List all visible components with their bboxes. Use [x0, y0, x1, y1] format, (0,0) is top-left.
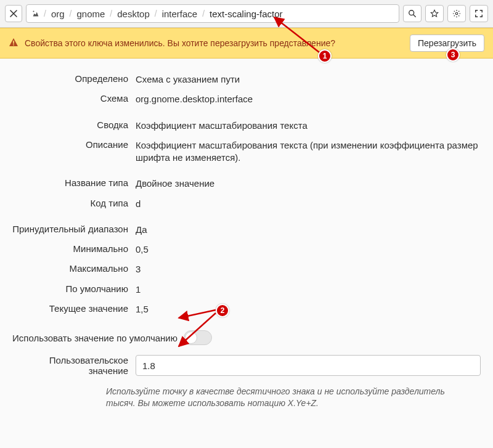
toolbar: / org / gnome / desktop / interface / te…: [0, 0, 493, 28]
custom-value-input[interactable]: [136, 355, 481, 376]
label-default: По умолчанию: [12, 283, 136, 294]
label-schema: Схема: [12, 93, 136, 104]
settings-button[interactable]: [447, 5, 466, 22]
label-type-code: Код типа: [12, 198, 136, 208]
svg-point-0: [33, 10, 34, 12]
value-max: 3: [136, 263, 481, 275]
breadcrumb-item[interactable]: desktop: [113, 7, 153, 21]
toggle-knob: [185, 332, 197, 344]
bookmark-button[interactable]: [425, 5, 444, 22]
label-description: Описание: [12, 139, 136, 150]
value-summary: Коэффициент масштабирования текста: [136, 120, 481, 132]
svg-line-2: [414, 15, 415, 17]
key-details: Определено Схема с указанием пути Схема …: [0, 59, 493, 324]
breadcrumb-item[interactable]: gnome: [73, 7, 108, 21]
breadcrumb-sep: /: [108, 9, 113, 18]
value-type-code: d: [136, 198, 481, 210]
fullscreen-button[interactable]: [470, 5, 488, 22]
edit-area: Использовать значение по умолчанию Польз…: [0, 324, 493, 419]
breadcrumb-item[interactable]: interface: [158, 7, 202, 21]
breadcrumb-item[interactable]: org: [47, 7, 68, 21]
reload-button[interactable]: Перезагрузить: [410, 35, 484, 52]
label-forced-range: Принудительный диапазон: [12, 224, 136, 234]
label-current: Текущее значение: [12, 303, 136, 314]
use-default-label: Использовать значение по умолчанию: [12, 333, 177, 343]
breadcrumb-item-active[interactable]: text-scaling-factor: [206, 7, 286, 21]
value-schema: org.gnome.desktop.interface: [136, 93, 481, 105]
svg-point-3: [455, 12, 458, 15]
settings-root-icon[interactable]: [29, 7, 43, 20]
value-type: Двойное значение: [136, 177, 481, 190]
label-defined: Определено: [12, 73, 136, 84]
breadcrumb-sep: /: [43, 9, 47, 18]
custom-value-label: Пользовательское значение: [12, 355, 136, 376]
svg-rect-4: [13, 41, 14, 44]
close-button[interactable]: [5, 5, 22, 22]
breadcrumb: / org / gnome / desktop / interface / te…: [26, 4, 399, 23]
breadcrumb-sep: /: [201, 9, 206, 18]
value-min: 0,5: [136, 243, 481, 256]
label-summary: Сводка: [12, 120, 136, 130]
breadcrumb-sep: /: [68, 9, 73, 18]
reload-banner: Свойства этого ключа изменились. Вы хоти…: [0, 28, 493, 59]
label-max: Максимально: [12, 263, 136, 274]
label-type: Название типа: [12, 177, 136, 188]
value-forced-range: Да: [136, 224, 481, 236]
warning-icon: [9, 38, 18, 49]
value-current: 1,5: [136, 303, 481, 316]
use-default-toggle[interactable]: [184, 330, 212, 345]
value-defined: Схема с указанием пути: [136, 73, 481, 86]
label-min: Минимально: [12, 243, 136, 254]
custom-value-hint: Используйте точку в качестве десятичного…: [106, 386, 481, 409]
value-description: Коэффициент масштабирования текста (при …: [136, 139, 481, 165]
value-default: 1: [136, 283, 481, 296]
breadcrumb-sep: /: [153, 9, 158, 18]
search-button[interactable]: [403, 5, 422, 22]
svg-rect-5: [13, 44, 14, 46]
banner-message: Свойства этого ключа изменились. Вы хоти…: [25, 38, 404, 48]
